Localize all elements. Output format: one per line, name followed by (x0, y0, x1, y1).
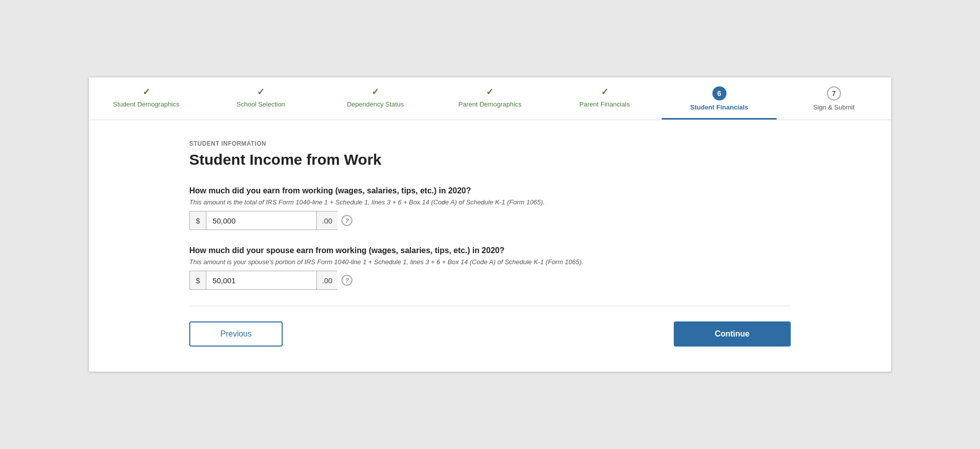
step-label-dependency-status: Dependency Status (347, 100, 404, 108)
step-number-student-financials: 6 (712, 86, 726, 100)
step-sign-submit[interactable]: 7 Sign & Submit (777, 77, 891, 120)
check-icon-dependency-status: ✓ (372, 86, 379, 97)
check-icon-parent-financials: ✓ (601, 86, 608, 97)
step-school-selection[interactable]: ✓ School Selection (203, 77, 318, 120)
question-text-spouse-income: How much did your spouse earn from worki… (189, 246, 791, 255)
help-icon-spouse-income[interactable]: ? (341, 275, 352, 286)
input-group-spouse-income: $ .00 ? (189, 271, 791, 290)
check-icon-parent-demographics: ✓ (486, 86, 494, 97)
check-icon-school-selection: ✓ (257, 86, 265, 97)
section-divider (189, 306, 791, 306)
page-title: Student Income from Work (189, 151, 791, 168)
previous-button[interactable]: Previous (189, 321, 283, 347)
hint-text-student-income: This amount is the total of IRS Form 104… (189, 198, 791, 206)
help-icon-student-income[interactable]: ? (341, 215, 352, 226)
input-group-student-income: $ .00 ? (189, 211, 791, 230)
spouse-income-input[interactable] (206, 271, 316, 290)
step-dependency-status[interactable]: ✓ Dependency Status (318, 77, 433, 120)
step-parent-financials[interactable]: ✓ Parent Financials (547, 77, 662, 120)
step-label-school-selection: School Selection (236, 100, 285, 108)
step-label-student-demographics: Student Demographics (113, 100, 179, 108)
step-label-student-financials: Student Financials (690, 103, 749, 111)
check-icon-student-demographics: ✓ (143, 86, 150, 97)
question-block-student-income: How much did you earn from working (wage… (189, 186, 791, 230)
app-container: ✓ Student Demographics ✓ School Selectio… (88, 77, 892, 372)
main-content: STUDENT INFORMATION Student Income from … (89, 120, 891, 372)
dollar-prefix-spouse-income: $ (189, 271, 206, 290)
stepper: ✓ Student Demographics ✓ School Selectio… (89, 77, 891, 120)
step-label-parent-demographics: Parent Demographics (458, 100, 522, 108)
dollar-prefix-student-income: $ (189, 211, 206, 230)
cents-student-income: .00 (316, 211, 337, 230)
footer-buttons: Previous Continue (189, 321, 791, 347)
student-income-input[interactable] (206, 211, 316, 230)
step-student-demographics[interactable]: ✓ Student Demographics (89, 77, 203, 120)
step-number-sign-submit: 7 (827, 86, 841, 100)
step-student-financials[interactable]: 6 Student Financials (662, 77, 776, 120)
step-label-sign-submit: Sign & Submit (813, 103, 854, 111)
step-parent-demographics[interactable]: ✓ Parent Demographics (433, 77, 547, 120)
step-label-parent-financials: Parent Financials (579, 100, 630, 108)
cents-spouse-income: .00 (316, 271, 337, 290)
section-label: STUDENT INFORMATION (189, 140, 791, 147)
question-block-spouse-income: How much did your spouse earn from worki… (189, 246, 791, 290)
continue-button[interactable]: Continue (674, 321, 791, 347)
hint-text-spouse-income: This amount is your spouse's portion of … (189, 258, 791, 266)
question-text-student-income: How much did you earn from working (wage… (189, 186, 791, 195)
